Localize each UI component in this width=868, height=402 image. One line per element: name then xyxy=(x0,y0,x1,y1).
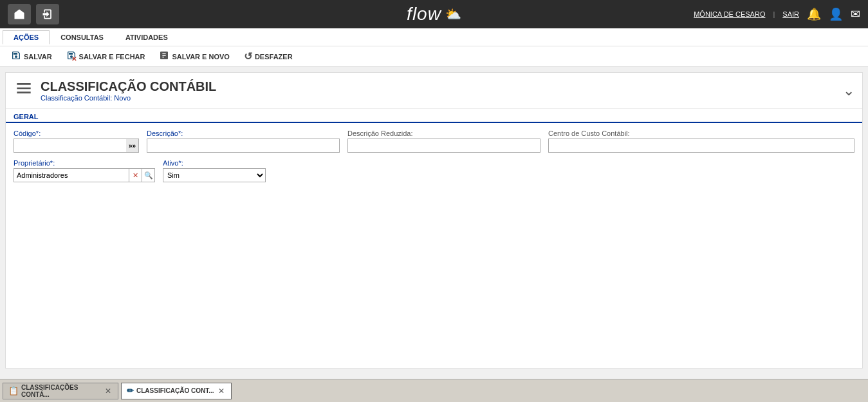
descricao-group: Descrição*: xyxy=(147,129,340,153)
centro-custo-label: Centro de Custo Contábil: xyxy=(548,129,854,137)
form-row-1: Código*: »» Descrição*: Descrição Reduzi… xyxy=(14,129,854,153)
save-close-icon: ✕ xyxy=(66,50,77,63)
form-row-2: Proprietário*: ✕ 🔍 Ativo*: Sim Não xyxy=(14,159,854,182)
form-header-left: CLASSIFICAÇÃO CONTÁBIL Classificação Con… xyxy=(14,78,216,103)
user-icon[interactable]: 👤 xyxy=(829,7,843,21)
codigo-group: Código*: »» xyxy=(14,129,139,153)
codigo-search-btn[interactable]: »» xyxy=(126,139,139,153)
save-new-icon xyxy=(159,50,169,63)
bell-icon[interactable]: 🔔 xyxy=(807,7,821,21)
save-label: SALVAR xyxy=(24,53,52,61)
toolbar: SALVAR ✕ SALVAR E FECHAR SALVAR E NOVO ↺… xyxy=(0,46,868,67)
ativo-select[interactable]: Sim Não xyxy=(163,168,266,182)
save-new-button[interactable]: SALVAR E NOVO xyxy=(153,48,235,65)
taskbar-item-list[interactable]: 📋 CLASSIFICAÇÕES CONTÁ... ✕ xyxy=(3,383,118,399)
codigo-label: Código*: xyxy=(14,129,139,137)
proprietario-input[interactable] xyxy=(14,171,129,179)
form-header: CLASSIFICAÇÃO CONTÁBIL Classificação Con… xyxy=(6,73,862,109)
undo-label: DESFAZER xyxy=(255,53,293,61)
taskbar: 📋 CLASSIFICAÇÕES CONTÁ... ✕ ✏ CLASSIFICA… xyxy=(0,379,868,402)
undo-icon: ↺ xyxy=(244,50,252,62)
proprietario-clear-btn[interactable]: ✕ xyxy=(129,168,142,182)
save-icon xyxy=(11,50,21,63)
save-close-button[interactable]: ✕ SALVAR E FECHAR xyxy=(60,48,151,65)
codigo-input[interactable] xyxy=(14,139,126,153)
collapse-icon[interactable]: ⌄ xyxy=(843,82,854,99)
edit-icon: ✏ xyxy=(127,386,134,396)
nav-center: flow ⛅ xyxy=(407,4,461,24)
user-link[interactable]: MÔNICA DE CESARO xyxy=(694,10,765,18)
descricao-label: Descrição*: xyxy=(147,129,340,137)
proprietario-search-btn[interactable]: 🔍 xyxy=(142,168,154,182)
form-title: CLASSIFICAÇÃO CONTÁBIL xyxy=(41,79,216,94)
flow-logo: flow xyxy=(407,4,441,24)
cloud-icon: ⛅ xyxy=(445,6,461,22)
save-button[interactable]: SALVAR xyxy=(5,48,58,65)
form-body: Código*: »» Descrição*: Descrição Reduzi… xyxy=(6,123,862,195)
centro-custo-input[interactable] xyxy=(548,139,854,153)
ativo-group: Ativo*: Sim Não xyxy=(163,159,266,182)
centro-custo-group: Centro de Custo Contábil: xyxy=(548,129,854,153)
content-area: CLASSIFICAÇÃO CONTÁBIL Classificação Con… xyxy=(5,72,863,368)
menu-tab-acoes[interactable]: AÇÕES xyxy=(3,30,50,44)
save-new-label: SALVAR E NOVO xyxy=(172,53,229,61)
nav-right: MÔNICA DE CESARO | SAIR 🔔 👤 ✉ xyxy=(694,7,860,21)
form-subtitle: Classificação Contábil: Novo xyxy=(41,94,216,102)
logout-button[interactable] xyxy=(36,4,59,24)
descricao-reduzida-input[interactable] xyxy=(347,139,540,153)
taskbar-item-form[interactable]: ✏ CLASSIFICAÇÃO CONT... ✕ xyxy=(121,383,232,399)
proprietario-field: ✕ 🔍 xyxy=(14,168,155,182)
descricao-reduzida-label: Descrição Reduzida: xyxy=(347,129,540,137)
descricao-reduzida-group: Descrição Reduzida: xyxy=(347,129,540,153)
list-icon: 📋 xyxy=(8,386,19,396)
mail-icon[interactable]: ✉ xyxy=(851,7,860,21)
descricao-input[interactable] xyxy=(147,139,340,153)
taskbar-list-close[interactable]: ✕ xyxy=(104,387,113,396)
home-button[interactable] xyxy=(8,4,31,24)
taskbar-form-close[interactable]: ✕ xyxy=(217,387,226,396)
logout-link[interactable]: SAIR xyxy=(782,10,799,18)
proprietario-label: Proprietário*: xyxy=(14,159,155,167)
section-header: GERAL xyxy=(6,109,862,123)
save-close-label: SALVAR E FECHAR xyxy=(79,53,145,61)
top-navbar: flow ⛅ MÔNICA DE CESARO | SAIR 🔔 👤 ✉ xyxy=(0,0,868,28)
proprietario-group: Proprietário*: ✕ 🔍 xyxy=(14,159,155,182)
undo-button[interactable]: ↺ DESFAZER xyxy=(238,48,299,64)
taskbar-form-label: CLASSIFICAÇÃO CONT... xyxy=(136,387,214,394)
nav-left xyxy=(8,4,59,24)
separator: | xyxy=(773,10,775,18)
codigo-input-group: »» xyxy=(14,139,139,153)
ativo-label: Ativo*: xyxy=(163,159,266,167)
menu-tab-atividades[interactable]: ATIVIDADES xyxy=(115,30,179,44)
form-icon xyxy=(14,78,34,103)
taskbar-list-label: CLASSIFICAÇÕES CONTÁ... xyxy=(21,384,101,398)
menu-bar: AÇÕES CONSULTAS ATIVIDADES xyxy=(0,28,868,46)
form-title-block: CLASSIFICAÇÃO CONTÁBIL Classificação Con… xyxy=(41,79,216,102)
menu-tab-consultas[interactable]: CONSULTAS xyxy=(50,30,115,44)
